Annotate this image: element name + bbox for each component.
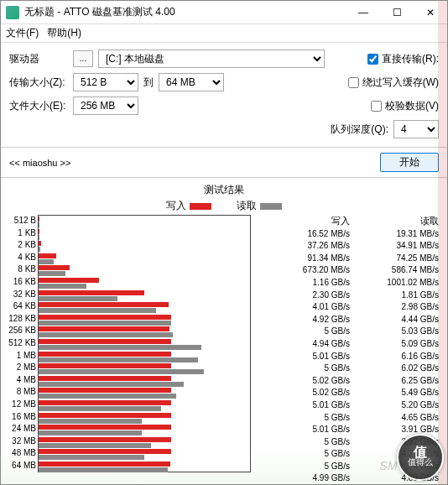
settings-panel: 驱动器 ... [C:] 本地磁盘 直接传输(R): 传输大小(Z): 512 … (1, 43, 447, 148)
verify-checkbox[interactable] (371, 101, 382, 112)
results-section: 测试结果 写入 读取 512 B1 KB2 KB4 KB8 KB16 KB32 … (1, 178, 447, 485)
drive-label: 驱动器 (9, 52, 68, 66)
legend-read-swatch (260, 203, 282, 210)
menu-file[interactable]: 文件(F) (6, 26, 39, 40)
col-read: 读取 (355, 215, 444, 227)
to-label: 到 (143, 76, 154, 90)
direct-io-label: 直接传输(R): (382, 52, 439, 66)
start-button[interactable]: 开始 (380, 153, 439, 172)
queue-depth-select[interactable]: 4 (393, 120, 439, 138)
legend-write-label: 写入 (166, 200, 186, 211)
chart-bars (38, 215, 251, 472)
queue-depth-label: 队列深度(Q): (331, 123, 388, 137)
path-text: << miaoshu >> (9, 158, 70, 168)
menu-help[interactable]: 帮助(H) (47, 26, 81, 40)
maximize-button[interactable]: ☐ (380, 1, 414, 24)
file-size-label: 文件大小(E): (9, 99, 68, 113)
direct-io-checkbox[interactable] (367, 54, 378, 65)
drive-select[interactable]: [C:] 本地磁盘 (98, 50, 325, 68)
minimize-button[interactable]: — (346, 1, 380, 24)
bypass-cache-checkbox[interactable] (348, 77, 359, 88)
bypass-cache-label: 绕过写入缓存(W) (362, 76, 439, 90)
app-window: 无标题 - ATTO 磁盘基准测试 4.00 — ☐ ✕ 文件(F) 帮助(H)… (0, 0, 448, 485)
col-write: 写入 (266, 215, 355, 227)
transfer-size-from[interactable]: 512 B (73, 73, 138, 91)
close-button[interactable]: ✕ (414, 1, 447, 24)
chart-legend: 写入 读取 (4, 199, 444, 213)
transfer-size-label: 传输大小(Z): (9, 76, 68, 90)
stamp-l1: 值 (414, 447, 427, 457)
transfer-size-to[interactable]: 64 MB (159, 73, 224, 91)
path-row: << miaoshu >> 开始 (1, 148, 447, 178)
stamp-l2: 值得么 (408, 457, 433, 467)
results-title: 测试结果 (4, 183, 444, 197)
verify-label: 校验数据(V) (385, 99, 439, 113)
titlebar: 无标题 - ATTO 磁盘基准测试 4.00 — ☐ ✕ (1, 1, 447, 24)
legend-read-label: 读取 (237, 200, 257, 211)
chart-y-labels: 512 B1 KB2 KB4 KB8 KB16 KB32 KB64 KB128 … (4, 215, 38, 485)
menubar: 文件(F) 帮助(H) (1, 24, 447, 43)
drive-browse-button[interactable]: ... (73, 50, 93, 67)
legend-write-swatch (190, 203, 211, 210)
corner-stamp: 值 值得么 (397, 434, 444, 481)
window-title: 无标题 - ATTO 磁盘基准测试 4.00 (24, 5, 346, 19)
app-icon (6, 6, 19, 19)
file-size-select[interactable]: 256 MB (73, 96, 138, 115)
